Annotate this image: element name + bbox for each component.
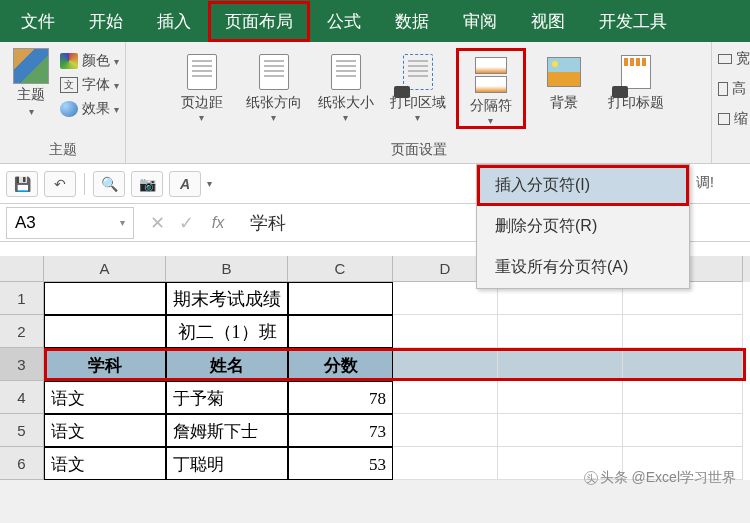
height-option[interactable]: 高 [718,80,746,98]
fonts-button[interactable]: 文字体▾ [60,76,119,94]
printer-icon [394,86,410,98]
reset-page-breaks[interactable]: 重设所有分页符(A) [477,247,689,288]
spreadsheet-grid: A B C D E F 1 期末考试成绩 2 初二（1）班 3 学科 姓名 分数… [0,256,750,480]
ribbon-group-theme: 主题 ▾ 颜色▾ 文字体▾ 效果▾ 主题 [0,42,126,163]
fx-button[interactable]: fx [204,214,232,232]
cancel-icon[interactable]: ✕ [150,212,165,234]
menu-insert[interactable]: 插入 [140,1,208,42]
scale-option[interactable]: 缩 [718,110,748,128]
print-preview-button[interactable]: 🔍 [93,171,125,197]
save-button[interactable]: 💾 [6,171,38,197]
menu-home[interactable]: 开始 [72,1,140,42]
colors-button[interactable]: 颜色▾ [60,52,119,70]
row-header-6[interactable]: 6 [0,447,44,480]
header-score[interactable]: 分数 [288,348,393,381]
themes-icon [13,48,49,84]
insert-page-break[interactable]: 插入分页符(I) [477,165,689,206]
chevron-down-icon: ▾ [199,112,204,123]
printer-icon [612,86,628,98]
row-4: 4 语文 于予菊 78 [0,381,750,414]
header-name[interactable]: 姓名 [166,348,288,381]
row-3: 3 学科 姓名 分数 [0,348,750,381]
col-header-b[interactable]: B [166,256,288,282]
width-icon [718,54,732,64]
formula-value[interactable]: 学科 [232,211,286,235]
print-area-button[interactable]: 打印区域 ▾ [384,48,452,123]
chevron-down-icon: ▾ [415,112,420,123]
enter-icon[interactable]: ✓ [179,212,194,234]
chevron-down-icon: ▾ [271,112,276,123]
class-cell[interactable]: 初二（1）班 [166,315,288,348]
chevron-down-icon: ▾ [29,106,34,117]
breaks-dropdown: 插入分页符(I) 删除分页符(R) 重设所有分页符(A) [476,164,690,289]
camera-button[interactable]: 📷 [131,171,163,197]
menu-data[interactable]: 数据 [378,1,446,42]
row-header-5[interactable]: 5 [0,414,44,447]
chevron-down-icon: ▾ [120,217,125,228]
camera-icon: 📷 [139,176,156,192]
group-label-theme: 主题 [49,138,77,163]
font-a-icon: A [180,176,190,192]
undo-icon: ↶ [54,176,66,192]
orientation-button[interactable]: 纸张方向 ▾ [240,48,308,123]
col-header-c[interactable]: C [288,256,393,282]
undo-button[interactable]: ↶ [44,171,76,197]
background-icon [547,57,581,87]
scale-icon [718,113,730,125]
effects-button[interactable]: 效果▾ [60,100,119,118]
col-header-a[interactable]: A [44,256,166,282]
background-button[interactable]: 背景 [530,48,598,112]
group-label-page-setup: 页面设置 [391,138,447,163]
menu-view[interactable]: 视图 [514,1,582,42]
margins-button[interactable]: 页边距 ▾ [168,48,236,123]
ribbon-group-scale: 宽 高 缩 [712,42,750,163]
watermark: 头头条 @Excel学习世界 [584,469,736,487]
menu-bar: 文件 开始 插入 页面布局 公式 数据 审阅 视图 开发工具 [0,0,750,42]
chevron-down-icon: ▾ [343,112,348,123]
row-header-1[interactable]: 1 [0,282,44,315]
size-button[interactable]: 纸张大小 ▾ [312,48,380,123]
fonts-icon: 文 [60,77,78,93]
colors-icon [60,53,78,69]
right-group-label-fragment: 调! [692,164,718,202]
ribbon: 主题 ▾ 颜色▾ 文字体▾ 效果▾ 主题 页边距 ▾ 纸张方向 ▾ [0,42,750,164]
height-icon [718,82,728,96]
row-5: 5 语文 詹姆斯下士 73 [0,414,750,447]
title-cell[interactable]: 期末考试成绩 [166,282,288,315]
menu-developer[interactable]: 开发工具 [582,1,684,42]
breaks-button[interactable]: 分隔符 ▾ [456,48,526,129]
header-subject[interactable]: 学科 [44,348,166,381]
ribbon-group-page-setup: 页边距 ▾ 纸张方向 ▾ 纸张大小 ▾ 打印区域 ▾ 分隔符 ▾ [126,42,712,163]
row-header-4[interactable]: 4 [0,381,44,414]
save-icon: 💾 [14,176,31,192]
breaks-icon [475,57,507,93]
row-2: 2 初二（1）班 [0,315,750,348]
themes-label: 主题 [17,86,45,104]
menu-page-layout[interactable]: 页面布局 [208,1,310,42]
chevron-down-icon: ▾ [488,115,493,126]
select-all-corner[interactable] [0,256,44,282]
print-titles-button[interactable]: 打印标题 [602,48,670,112]
row-header-2[interactable]: 2 [0,315,44,348]
menu-formulas[interactable]: 公式 [310,1,378,42]
width-option[interactable]: 宽 [718,50,750,68]
menu-review[interactable]: 审阅 [446,1,514,42]
menu-file[interactable]: 文件 [4,1,72,42]
effects-icon [60,101,78,117]
themes-button[interactable]: 主题 ▾ [6,48,56,117]
remove-page-break[interactable]: 删除分页符(R) [477,206,689,247]
preview-icon: 🔍 [101,176,118,192]
name-box[interactable]: A3 ▾ [6,207,134,239]
format-button[interactable]: A [169,171,201,197]
row-header-3[interactable]: 3 [0,348,44,381]
